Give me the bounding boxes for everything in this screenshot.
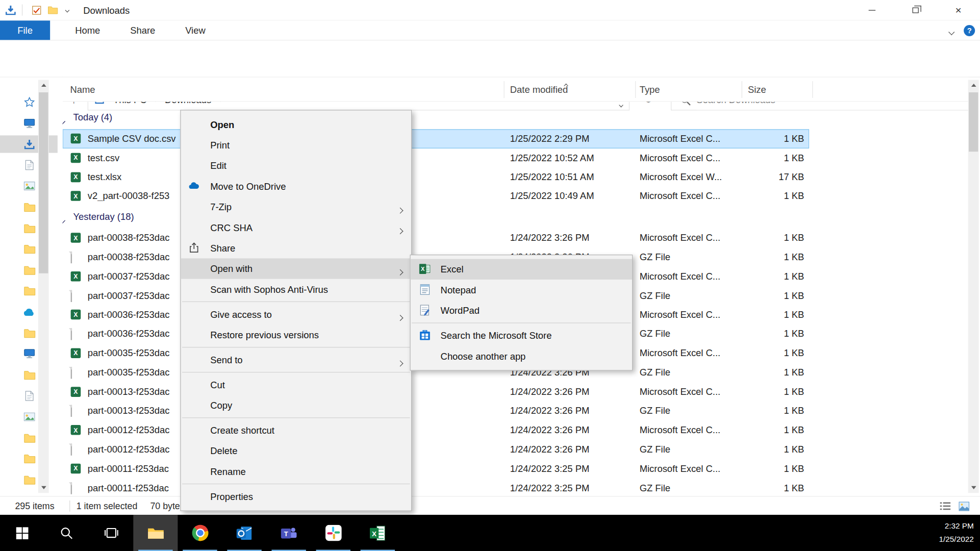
sidebar-item-monitor[interactable] [0, 115, 58, 132]
file-row[interactable]: test.xlsx1/25/2022 10:51 AMMicrosoft Exc… [63, 168, 809, 187]
file-row[interactable]: Sample CSV doc.csv1/25/2022 2:29 PMMicro… [63, 129, 809, 148]
file-row[interactable]: part-00011-f253dac1/24/2022 3:25 PMMicro… [63, 459, 809, 479]
taskbar-chrome-button[interactable] [178, 515, 222, 551]
qat-dropdown-chevron-icon[interactable] [61, 9, 73, 12]
large-icons-view-button[interactable] [958, 500, 970, 512]
outlook-icon [236, 524, 253, 541]
file-row[interactable]: part-00013-f253dac1/24/2022 3:26 PMMicro… [63, 382, 809, 402]
menu-item-share[interactable]: Share [181, 238, 411, 258]
qat-properties-icon[interactable] [28, 2, 44, 18]
sidebar-item-document[interactable] [0, 387, 58, 405]
menu-item-search-the-microsoft-store[interactable]: Search the Microsoft Store [411, 325, 632, 345]
column-header-date-modified[interactable]: Date modified [510, 84, 568, 95]
menu-item-choose-another-app[interactable]: Choose another app [411, 346, 632, 366]
collapse-ribbon-chevron-icon[interactable] [949, 26, 954, 36]
details-view-button[interactable] [939, 500, 951, 512]
taskbar-task-view-button[interactable] [89, 515, 133, 551]
scroll-down-icon[interactable] [968, 482, 979, 493]
chevron-down-icon[interactable] [63, 214, 65, 225]
column-header-name[interactable]: Name [70, 84, 95, 95]
sidebar-item-folder[interactable] [0, 366, 58, 384]
navigation-pane-scrollbar[interactable] [38, 80, 49, 493]
sidebar-item-picture[interactable] [0, 178, 58, 195]
sidebar-item-document[interactable] [0, 157, 58, 174]
file-date-modified: 1/24/2022 3:26 PM [510, 424, 635, 435]
close-button[interactable]: × [937, 0, 980, 20]
tab-home[interactable]: Home [60, 20, 115, 40]
sidebar-item-downloads[interactable] [0, 136, 58, 153]
menu-item-wordpad[interactable]: WordPad [411, 300, 632, 320]
column-divider[interactable] [812, 81, 813, 98]
column-divider[interactable] [504, 81, 504, 98]
taskbar-excel-button[interactable]: X [356, 515, 400, 551]
tab-view[interactable]: View [170, 20, 220, 40]
menu-item-rename[interactable]: Rename [181, 461, 411, 482]
taskbar-teams-button[interactable]: T [267, 515, 311, 551]
file-row[interactable]: test.csv1/25/2022 10:52 AMMicrosoft Exce… [63, 148, 809, 168]
sidebar-item-folder[interactable] [0, 324, 58, 342]
menu-item-crc-sha[interactable]: CRC SHA [181, 217, 411, 238]
sidebar-item-folder[interactable] [0, 471, 58, 488]
group-header[interactable]: Yesterday (18) [63, 206, 809, 229]
qat-new-folder-icon[interactable] [44, 2, 61, 18]
tab-share[interactable]: Share [115, 20, 170, 40]
sidebar-item-monitor[interactable] [0, 345, 58, 363]
column-header-size[interactable]: Size [748, 84, 766, 95]
menu-item-edit[interactable]: Edit [181, 156, 411, 176]
minimize-button[interactable] [850, 0, 894, 20]
file-row[interactable]: part-00011-f253dac1/24/2022 3:25 PMGZ Fi… [63, 479, 809, 496]
menu-item-properties[interactable]: Properties [181, 486, 411, 507]
file-row[interactable]: v2_part-00038-f2531/25/2022 10:49 AMMicr… [63, 187, 809, 206]
scroll-down-icon[interactable] [38, 482, 49, 493]
scrollbar-thumb[interactable] [969, 92, 978, 152]
menu-item-scan-with-sophos-anti-virus[interactable]: Scan with Sophos Anti-Virus [181, 279, 411, 299]
group-header[interactable]: Today (4) [63, 107, 809, 129]
taskbar-outlook-button[interactable] [222, 515, 266, 551]
file-row[interactable]: part-00012-f253dac1/24/2022 3:26 PMGZ Fi… [63, 440, 809, 459]
file-row[interactable]: part-00012-f253dac1/24/2022 3:26 PMMicro… [63, 421, 809, 440]
taskbar-file-explorer-button[interactable] [133, 515, 178, 551]
sidebar-item-folder[interactable] [0, 198, 58, 216]
tab-file[interactable]: File [0, 20, 50, 40]
column-divider[interactable] [635, 81, 636, 98]
sidebar-item-folder[interactable] [0, 261, 58, 279]
menu-item-open[interactable]: Open [181, 114, 411, 135]
taskbar-slack-button[interactable] [311, 515, 356, 551]
navigation-pane [0, 78, 63, 496]
file-list-scrollbar[interactable] [968, 80, 979, 493]
menu-item-restore-previous-versions[interactable]: Restore previous versions [181, 324, 411, 345]
maximize-button[interactable] [894, 0, 937, 20]
scrollbar-thumb[interactable] [39, 92, 48, 273]
chevron-down-icon[interactable] [63, 115, 65, 126]
sidebar-item-picture[interactable] [0, 408, 58, 425]
sidebar-item-cloud[interactable] [0, 303, 58, 320]
column-header-type[interactable]: Type [640, 84, 660, 95]
sidebar-item-folder[interactable] [0, 429, 58, 446]
menu-item-notepad[interactable]: Notepad [411, 280, 632, 300]
menu-item-delete[interactable]: Delete [181, 441, 411, 461]
menu-item-open-with[interactable]: Open with [181, 258, 411, 279]
taskbar-clock[interactable]: 2:32 PM 1/25/2022 [939, 520, 974, 545]
sidebar-item-folder[interactable] [0, 240, 58, 258]
menu-item-move-to-onedrive[interactable]: Move to OneDrive [181, 176, 411, 196]
taskbar-start-button[interactable] [0, 515, 44, 551]
menu-item-create-shortcut[interactable]: Create shortcut [181, 420, 411, 440]
menu-item-cut[interactable]: Cut [181, 374, 411, 395]
sidebar-item-star[interactable] [0, 93, 58, 111]
column-divider[interactable] [742, 81, 742, 98]
sidebar-item-folder[interactable] [0, 219, 58, 237]
menu-item-send-to[interactable]: Send to [181, 349, 411, 370]
menu-item-7-zip[interactable]: 7-Zip [181, 196, 411, 217]
scroll-up-icon[interactable] [968, 80, 979, 91]
menu-item-excel[interactable]: XExcel [411, 259, 632, 280]
menu-item-copy[interactable]: Copy [181, 395, 411, 415]
menu-item-print[interactable]: Print [181, 135, 411, 155]
help-icon[interactable]: ? [964, 25, 975, 36]
scroll-up-icon[interactable] [38, 80, 49, 91]
sidebar-item-folder[interactable] [0, 450, 58, 467]
menu-item-give-access-to[interactable]: Give access to [181, 304, 411, 324]
sidebar-item-folder[interactable] [0, 282, 58, 299]
file-row[interactable]: part-00013-f253dac1/24/2022 3:26 PMGZ Fi… [63, 402, 809, 421]
file-row[interactable]: part-00038-f253dac1/24/2022 3:26 PMMicro… [63, 229, 809, 248]
taskbar-search-button[interactable] [44, 515, 89, 551]
